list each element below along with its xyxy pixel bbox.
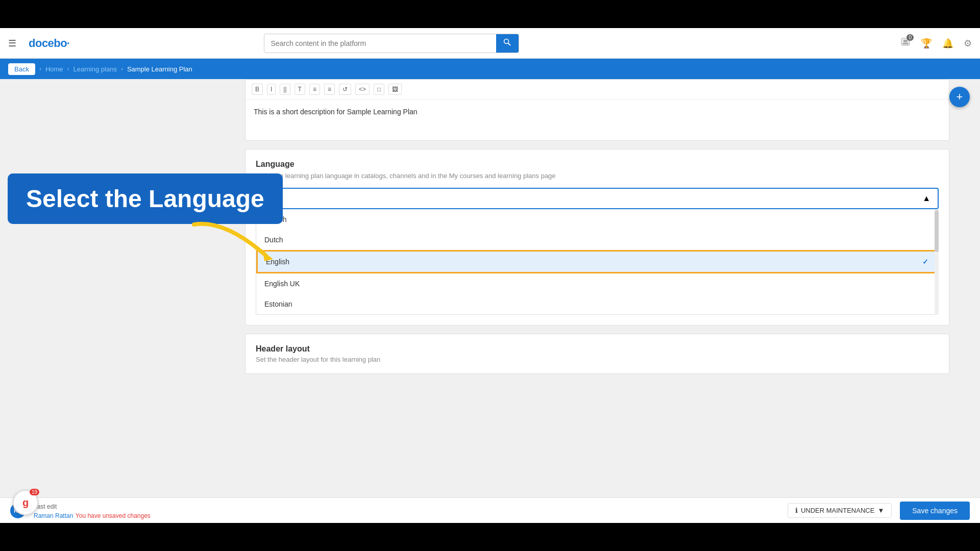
left-sidebar	[0, 79, 235, 497]
last-edit-info: Last edit Raman Rattan You have unsaved …	[34, 502, 151, 520]
black-bar-bottom	[0, 523, 980, 551]
search-icon	[503, 38, 511, 46]
toolbar-list2[interactable]: ≡	[324, 84, 335, 95]
grader-badge: 19	[30, 489, 39, 495]
plus-button[interactable]: +	[949, 87, 970, 107]
gear-icon[interactable]: ⚙	[964, 38, 972, 49]
toolbar-box[interactable]: □	[374, 84, 384, 95]
toolbar-image[interactable]: 🖼	[388, 84, 402, 95]
header-layout-section: Header layout Set the header layout for …	[245, 334, 949, 374]
svg-rect-4	[902, 43, 909, 44]
language-title: Language	[256, 160, 939, 169]
dropdown-item-danish[interactable]: Danish	[256, 209, 938, 230]
breadcrumb-sep-1: ›	[39, 65, 41, 72]
toolbar-code[interactable]: <>	[355, 84, 370, 95]
description-text: This is a short description for Sample L…	[246, 99, 949, 140]
toolbar-italic[interactable]: I	[267, 84, 276, 95]
editor-toolbar: B I || T ≡ ≡ ↺ <> □ 🖼	[246, 80, 949, 99]
search-input[interactable]	[264, 35, 496, 52]
maintenance-chevron: ▼	[877, 507, 884, 514]
dropdown-item-estonian-label: Estonian	[264, 300, 292, 308]
arrow-annotation	[184, 214, 296, 278]
chevron-up-icon: ▲	[922, 194, 930, 203]
breadcrumb-current: Sample Learning Plan	[127, 65, 192, 73]
toolbar-separator[interactable]: ||	[280, 84, 290, 95]
check-icon: ✓	[922, 258, 928, 266]
trophy-icon[interactable]: 🏆	[921, 38, 932, 49]
back-button[interactable]: Back	[8, 63, 35, 75]
toolbar-text[interactable]: T	[295, 84, 305, 95]
info-icon: ℹ	[795, 507, 798, 514]
grader-icon[interactable]: g 19	[13, 490, 38, 515]
content-area: B I || T ≡ ≡ ↺ <> □ 🖼 This is a short de…	[235, 79, 960, 497]
logo[interactable]: docebo ●	[29, 37, 69, 50]
toolbar-bold[interactable]: B	[252, 84, 263, 95]
dropdown-container: Danish Dutch English ✓ English UK	[256, 209, 939, 315]
breadcrumb-home[interactable]: Home	[45, 65, 63, 73]
save-changes-button[interactable]: Save changes	[900, 502, 970, 520]
main-area: B I || T ≡ ≡ ↺ <> □ 🖼 This is a short de…	[0, 79, 980, 497]
grader-g: g	[22, 497, 29, 509]
breadcrumb-learning-plans[interactable]: Learning plans	[74, 65, 117, 73]
logo-dot: ●	[67, 41, 69, 45]
dropdown-item-english-uk[interactable]: English UK	[256, 273, 938, 294]
search-bar	[264, 34, 519, 53]
dropdown-item-estonian[interactable]: Estonian	[256, 294, 938, 314]
app-header: ☰ docebo ● 0 🏆 🔔 ⚙	[0, 28, 980, 59]
header-layout-subtitle: Set the header layout for this learning …	[256, 356, 939, 363]
breadcrumb-sep-2: ›	[67, 65, 69, 72]
logo-text: docebo	[29, 37, 67, 50]
header-right: 0 🏆 🔔 ⚙	[900, 37, 972, 49]
maintenance-button[interactable]: ℹ UNDER MAINTENANCE ▼	[788, 503, 892, 518]
svg-marker-5	[263, 251, 273, 261]
dropdown-item-english[interactable]: English ✓	[256, 250, 938, 273]
toolbar-list1[interactable]: ≡	[309, 84, 320, 95]
last-edit-user: Raman Rattan	[34, 512, 73, 519]
scrollbar-thumb	[935, 210, 939, 253]
black-bar-top	[0, 0, 980, 28]
description-card: B I || T ≡ ≡ ↺ <> □ 🖼 This is a short de…	[245, 79, 949, 141]
toolbar-undo[interactable]: ↺	[339, 84, 351, 95]
header-layout-title: Header layout	[256, 344, 939, 354]
bell-icon[interactable]: 🔔	[942, 38, 953, 49]
breadcrumb-bar: Back › Home › Learning plans › Sample Le…	[0, 59, 980, 79]
maintenance-label: UNDER MAINTENANCE	[801, 507, 874, 514]
svg-line-1	[508, 43, 511, 45]
svg-point-0	[504, 39, 509, 43]
right-margin	[960, 79, 980, 497]
hamburger-icon[interactable]: ☰	[8, 38, 16, 49]
dropdown-item-dutch[interactable]: Dutch	[256, 230, 938, 250]
language-dropdown-list: Danish Dutch English ✓ English UK	[256, 209, 939, 315]
language-dropdown-trigger[interactable]: ▲	[256, 188, 939, 209]
unsaved-text: You have unsaved changes	[76, 512, 151, 519]
search-button[interactable]	[496, 34, 519, 53]
dropdown-item-english-uk-label: English UK	[264, 280, 300, 288]
user-icon-area[interactable]: 0	[900, 37, 911, 49]
scrollbar-track[interactable]	[935, 209, 939, 315]
user-badge: 0	[906, 34, 914, 41]
bottom-bar: RR Last edit Raman Rattan You have unsav…	[0, 497, 980, 523]
language-subtitle: Show the learning plan language in catal…	[256, 172, 939, 180]
svg-rect-3	[903, 40, 908, 42]
breadcrumb-sep-3: ›	[121, 65, 123, 72]
language-section: Language Show the learning plan language…	[245, 149, 949, 325]
